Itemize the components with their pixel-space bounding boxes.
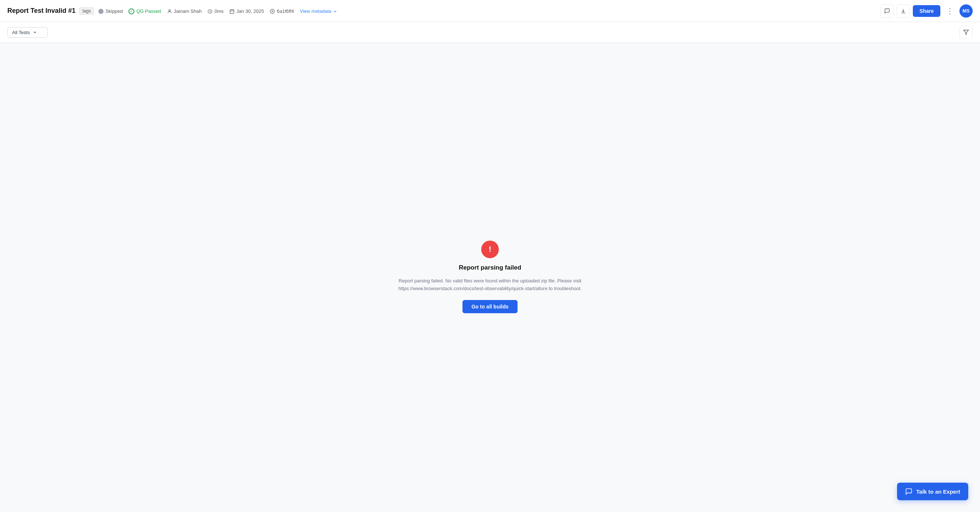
clock-icon [207, 9, 213, 14]
header-right: Share ⋮ MS [881, 5, 973, 17]
more-icon: ⋮ [946, 6, 954, 16]
exclamation-icon: ! [488, 245, 491, 254]
view-metadata-link[interactable]: View metadata [300, 8, 337, 14]
error-description: Report parsing failed. No valid files we… [398, 277, 582, 293]
download-icon [900, 8, 906, 14]
chevron-down-icon [333, 9, 337, 14]
error-title: Report parsing failed [459, 264, 521, 271]
date-meta: Jan 30, 2025 [229, 8, 264, 14]
all-tests-select[interactable]: All Tests [7, 27, 48, 38]
comment-icon [884, 8, 890, 14]
calendar-icon [229, 9, 235, 14]
error-icon: ! [481, 241, 499, 258]
error-container: ! Report parsing failed Report parsing f… [398, 241, 582, 313]
author-meta: Jainam Shah [167, 8, 202, 14]
go-to-builds-button[interactable]: Go to all builds [463, 300, 517, 313]
svg-point-0 [169, 10, 170, 11]
github-icon [270, 9, 275, 14]
more-options-button[interactable]: ⋮ [943, 5, 956, 17]
svg-point-6 [270, 9, 275, 14]
download-button[interactable] [897, 5, 910, 17]
comment-button[interactable] [881, 5, 894, 17]
main-content: ! Report parsing failed Report parsing f… [0, 43, 980, 511]
chevron-down-icon [33, 30, 37, 35]
share-button[interactable]: Share [913, 5, 940, 17]
page-title: Report Test Invalid #1 [7, 7, 76, 15]
qg-icon: ✓ [129, 8, 134, 14]
header-left: Report Test Invalid #1 tags Skipped ✓ QG… [7, 7, 337, 15]
page-header: Report Test Invalid #1 tags Skipped ✓ QG… [0, 0, 980, 22]
toolbar: All Tests [0, 22, 980, 43]
chat-icon [905, 488, 912, 495]
commit-meta: 6a1f6ff4 [270, 8, 294, 14]
duration-meta: 0ms [207, 8, 224, 14]
status-skipped: Skipped [99, 8, 123, 14]
svg-marker-8 [964, 30, 968, 35]
tags-badge[interactable]: tags [79, 7, 94, 15]
qg-passed-status: ✓ QG Passed [129, 8, 161, 14]
meta-row: Skipped ✓ QG Passed Jainam Shah 0ms Jan … [99, 8, 337, 14]
filter-button[interactable] [959, 26, 973, 39]
svg-point-7 [272, 11, 273, 12]
person-icon [167, 9, 172, 14]
avatar[interactable]: MS [959, 5, 973, 17]
svg-rect-2 [230, 10, 234, 13]
talk-to-expert-button[interactable]: Talk to an Expert [897, 483, 968, 500]
filter-icon [963, 29, 969, 35]
skipped-dot-icon [99, 9, 103, 14]
